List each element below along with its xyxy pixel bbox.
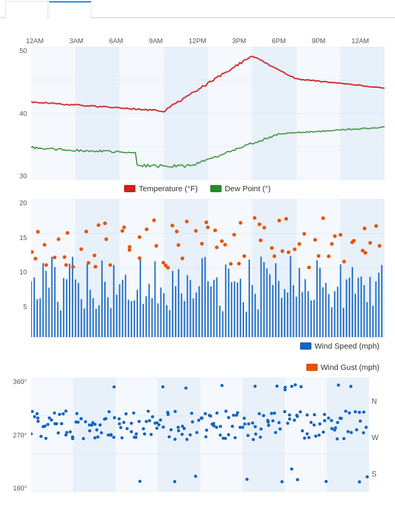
wind-chart-canvas xyxy=(31,199,385,337)
direction-label: N xyxy=(372,397,377,405)
y-label: 15 xyxy=(20,234,27,242)
legend-label: Dew Point (°) xyxy=(225,184,271,193)
temp-chart-section: 504030 Temperature (°F)Dew Point (°) xyxy=(0,47,395,199)
legend-label: Temperature (°F) xyxy=(139,184,198,193)
y-label: 50 xyxy=(20,47,27,55)
y-label: 5 xyxy=(23,303,27,311)
direction-label: W xyxy=(372,433,378,442)
y-label: 20 xyxy=(20,199,27,207)
y-label: 360° xyxy=(13,378,27,385)
x-label: 3PM xyxy=(232,37,246,45)
direction-y-axis: 360°270°180° xyxy=(5,378,31,492)
tab-graph[interactable] xyxy=(5,1,48,18)
x-label: 3AM xyxy=(70,37,84,45)
y-label: 10 xyxy=(20,268,27,276)
legend-color xyxy=(300,342,311,350)
date-title xyxy=(0,26,395,37)
legend-item: Wind Speed (mph) xyxy=(300,341,379,350)
y-label: 270° xyxy=(13,431,27,439)
x-label: 9AM xyxy=(149,37,163,45)
x-axis-labels: 12AM3AM6AM9AM12PM3PM6PM9PM12AM xyxy=(0,37,395,47)
legend-label: Wind Speed (mph) xyxy=(315,341,379,350)
x-label: 6AM xyxy=(109,37,123,45)
wind-chart-wrapper: 2015105 xyxy=(5,199,390,337)
x-label: 6PM xyxy=(272,37,286,45)
direction-chart-section: 360°270°180° NWS xyxy=(0,378,395,492)
legend-color xyxy=(210,185,222,192)
legend-item: Dew Point (°) xyxy=(210,184,271,193)
tabs-container xyxy=(0,0,395,18)
direction-right-axis: NWS xyxy=(372,378,390,492)
temp-chart-canvas xyxy=(31,47,385,180)
tab-table[interactable] xyxy=(49,1,91,18)
legend-item: Temperature (°F) xyxy=(124,184,198,193)
y-label: 30 xyxy=(20,172,27,180)
wind-legend: Wind Speed (mph)Wind Gust (mph) xyxy=(5,337,390,378)
temp-chart-wrapper: 504030 xyxy=(5,47,390,180)
temp-legend: Temperature (°F)Dew Point (°) xyxy=(5,180,390,199)
direction-chart-wrapper: 360°270°180° NWS xyxy=(5,378,390,492)
temp-y-axis: 504030 xyxy=(5,47,31,180)
direction-label: S xyxy=(372,470,376,478)
wind-y-axis: 2015105 xyxy=(5,199,31,337)
legend-color xyxy=(124,185,135,192)
x-label: 12AM xyxy=(26,37,44,45)
legend-item: Wind Gust (mph) xyxy=(306,363,379,371)
legend-color xyxy=(306,364,318,371)
x-label: 12PM xyxy=(188,37,206,45)
wind-chart-section: 2015105 Wind Speed (mph)Wind Gust (mph) xyxy=(0,199,395,378)
y-label: 40 xyxy=(20,110,27,117)
x-label: 12AM xyxy=(351,37,369,45)
direction-chart-canvas xyxy=(31,378,369,492)
legend-label: Wind Gust (mph) xyxy=(321,363,379,371)
x-label: 9PM xyxy=(311,37,325,45)
y-label: 180° xyxy=(13,484,27,492)
